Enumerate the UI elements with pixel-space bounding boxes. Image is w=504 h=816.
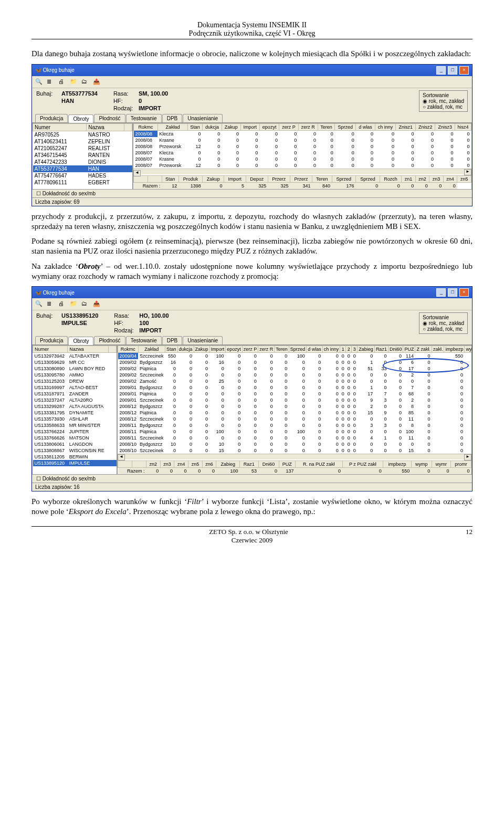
list-item[interactable]: US133808867WISCONSIN RE bbox=[33, 447, 117, 454]
list-item[interactable]: AT754776647HADES bbox=[33, 172, 132, 179]
table-row[interactable]: 2008/07Klecza000000000000000 bbox=[134, 150, 471, 156]
table-row[interactable]: 2009/02Zamość000250000000000000000000 bbox=[118, 378, 472, 384]
list-item[interactable]: AR970525NASTRO bbox=[33, 131, 132, 138]
list-item[interactable]: US133811205BERWIN bbox=[33, 454, 117, 460]
list-item[interactable]: US133125203DREW bbox=[33, 378, 117, 384]
scroll-right-icon[interactable]: ► bbox=[464, 454, 471, 461]
table-row[interactable]: 2009/04Szczecinek55000100000010000000000… bbox=[118, 353, 472, 360]
list-item[interactable]: US133895120IMPULSE bbox=[33, 460, 117, 466]
table-row[interactable]: 2008/08Krasne000000000000000 bbox=[134, 137, 471, 143]
tab-produkcja[interactable]: Produkcja bbox=[35, 114, 68, 122]
col-header[interactable]: Teren bbox=[318, 123, 335, 130]
print-icon[interactable]: 🖨 bbox=[58, 300, 66, 308]
folder-color-icon[interactable]: 🗂 bbox=[81, 78, 89, 86]
col-header[interactable]: zerz P bbox=[279, 123, 298, 130]
search-icon[interactable]: 🔍 bbox=[35, 78, 43, 86]
col-header[interactable]: PUZ bbox=[403, 346, 415, 353]
search-icon[interactable]: 🔍 bbox=[35, 300, 43, 308]
col-header[interactable]: 3 bbox=[352, 346, 358, 353]
tab-unasienianie[interactable]: Unasienianie bbox=[183, 114, 223, 122]
col-header[interactable]: Dni60 bbox=[388, 346, 403, 353]
table-row[interactable]: 2008/10Szczecinek00015000000000000015000… bbox=[118, 447, 472, 454]
col-header[interactable]: Sprzed bbox=[335, 123, 356, 130]
col-header[interactable]: Numer bbox=[33, 346, 68, 353]
col-header[interactable]: zerz R bbox=[258, 346, 275, 353]
col-header[interactable]: 2 bbox=[346, 346, 352, 353]
list-item[interactable]: US133080890LAWN BOY RED bbox=[33, 365, 117, 372]
minimize-button[interactable]: _ bbox=[436, 288, 446, 297]
col-header[interactable]: Zakład bbox=[138, 346, 165, 353]
col-header[interactable]: zakł. bbox=[432, 346, 444, 353]
list-item[interactable]: AT140623411ZEPELIN bbox=[33, 138, 132, 145]
col-header[interactable]: Teren bbox=[275, 346, 289, 353]
col-header[interactable]: ch inny bbox=[322, 346, 340, 353]
list-item[interactable]: US133766626MATSON bbox=[33, 435, 117, 441]
col-header[interactable]: Zakup bbox=[194, 346, 209, 353]
list-item[interactable]: US133059629MR CC bbox=[33, 359, 117, 365]
radio-sort-1[interactable]: ◉ bbox=[423, 98, 427, 104]
col-header[interactable]: Zabieg bbox=[358, 346, 375, 353]
table-row[interactable]: 2008/10Bydgoszcz100010000000000000000000… bbox=[118, 441, 472, 447]
maximize-button[interactable]: □ bbox=[448, 66, 457, 75]
col-header[interactable]: hisz4 bbox=[455, 123, 471, 130]
col-header[interactable]: d wlas bbox=[307, 346, 323, 353]
bars-icon[interactable]: ≣ bbox=[47, 300, 54, 308]
col-header[interactable]: Stan bbox=[187, 123, 202, 130]
list-item[interactable]: US133381795DYNAMITE bbox=[33, 410, 117, 416]
col-header[interactable]: Nazwa bbox=[87, 123, 124, 131]
list-item[interactable]: US133095780AMMO bbox=[33, 372, 117, 378]
list-item[interactable]: AT447242233DIONIS bbox=[33, 159, 132, 165]
col-header[interactable]: epozyt bbox=[226, 346, 243, 353]
tab-płodność[interactable]: Płodność bbox=[94, 114, 125, 122]
table-row[interactable]: 2008/08Klecza000000000000000 bbox=[134, 130, 471, 137]
col-header[interactable]: impbezp bbox=[444, 346, 465, 353]
list-item[interactable]: US133237247ALTA20RO bbox=[33, 397, 117, 403]
minimize-button[interactable]: _ bbox=[436, 66, 446, 75]
list-item[interactable]: US133187971ZANDER bbox=[33, 391, 117, 397]
tab-produkcja[interactable]: Produkcja bbox=[35, 336, 68, 344]
scroll-left-icon[interactable]: ◄ bbox=[133, 170, 141, 176]
table-row[interactable]: 2008/11Szczecinek00000000000000410110000… bbox=[118, 435, 472, 441]
radio-sort-1[interactable]: ◉ bbox=[423, 320, 427, 326]
folder-icon[interactable]: 📁 bbox=[70, 78, 77, 86]
list-item[interactable]: US133169997ALTAO-BEST bbox=[33, 384, 117, 391]
tab-obroty[interactable]: Obroty bbox=[68, 114, 93, 123]
col-header[interactable]: Z zakł. bbox=[415, 346, 432, 353]
tab-dpb[interactable]: DPB bbox=[162, 336, 183, 344]
folder-icon[interactable]: 📁 bbox=[70, 300, 77, 308]
col-header[interactable]: Nazwa bbox=[68, 346, 109, 353]
col-header[interactable]: Sprzed bbox=[289, 346, 307, 353]
tab-unasienianie[interactable]: Unasienianie bbox=[183, 336, 223, 344]
print-icon[interactable]: 🖨 bbox=[58, 78, 66, 86]
col-header[interactable]: Znisz3 bbox=[435, 123, 455, 130]
list-item[interactable]: AT553777534HAN bbox=[33, 165, 132, 172]
table-row[interactable]: 2009/01Bydgoszcz00000000000000100700000 bbox=[118, 384, 472, 391]
col-header[interactable]: zerz R bbox=[298, 123, 318, 130]
table-row[interactable]: 2009/02Piątnica0000000000000051330170000… bbox=[118, 365, 472, 372]
close-button[interactable]: × bbox=[459, 288, 469, 297]
maximize-button[interactable]: □ bbox=[448, 288, 457, 297]
list-item[interactable]: AT778096111EGBERT bbox=[33, 179, 132, 186]
table-row[interactable]: 2008/07Przeworsk1200000000000000 bbox=[134, 162, 471, 169]
table-row[interactable]: 2008/08Przeworsk1200000000000000 bbox=[134, 143, 471, 150]
col-header[interactable]: ch inny bbox=[375, 123, 396, 130]
col-header[interactable]: Import bbox=[209, 346, 226, 353]
col-header[interactable]: Rokmc bbox=[118, 346, 139, 353]
list-item[interactable]: US133766224JUPITER bbox=[33, 428, 117, 435]
col-header[interactable]: Zakup bbox=[222, 123, 240, 130]
col-header[interactable]: dukcja bbox=[202, 123, 222, 130]
col-header[interactable]: Znisz1 bbox=[396, 123, 416, 130]
folder-color-icon[interactable]: 🗂 bbox=[81, 300, 89, 308]
table-row[interactable]: 2008/07Krasne000000000000000 bbox=[134, 156, 471, 162]
scroll-right-icon[interactable]: ► bbox=[464, 169, 471, 175]
col-header[interactable]: dukcja bbox=[177, 346, 194, 353]
table-row[interactable]: 2008/11Piątnica0001000000100000000001000… bbox=[118, 428, 472, 435]
table-row[interactable]: 2009/02Szczecinek00000000000000000200000 bbox=[118, 372, 472, 378]
tab-dpb[interactable]: DPB bbox=[162, 114, 183, 122]
table-row[interactable]: 2009/01Piątnica0000000000000017706800000 bbox=[118, 391, 472, 397]
list-item[interactable]: AT346715445RANTEN bbox=[33, 152, 132, 159]
col-header[interactable]: Raz1 bbox=[374, 346, 388, 353]
list-item[interactable]: US133806061LANGDON bbox=[33, 441, 117, 447]
tab-testowanie[interactable]: Testowanie bbox=[126, 114, 162, 122]
radio-sort-2[interactable]: ○ bbox=[423, 326, 426, 332]
